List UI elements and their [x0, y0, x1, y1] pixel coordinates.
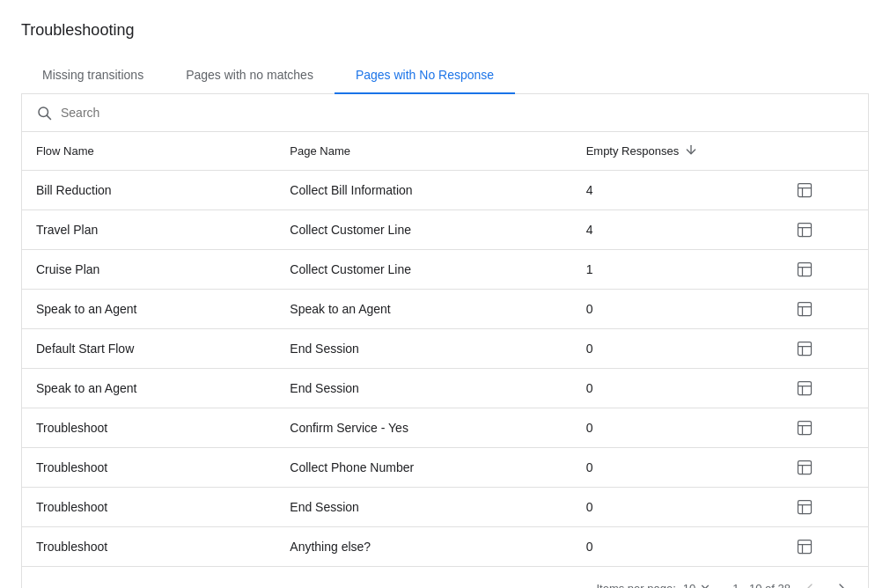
items-per-page-select[interactable]: 10	[683, 581, 711, 589]
cell-flow-name: Speak to an Agent	[22, 290, 276, 329]
view-details-icon[interactable]	[755, 300, 854, 318]
svg-rect-3	[798, 184, 811, 197]
pagination-label: 1 - 10 of 28	[732, 582, 791, 589]
cell-flow-name: Troubleshoot	[22, 408, 276, 448]
cell-action	[741, 488, 868, 527]
cell-page-name: Collect Bill Information	[276, 171, 571, 210]
svg-rect-12	[798, 303, 811, 316]
cell-flow-name: Troubleshoot	[22, 488, 276, 527]
cell-empty-responses: 1	[572, 250, 741, 290]
cell-empty-responses: 0	[572, 448, 741, 488]
dropdown-arrow-icon	[699, 581, 711, 589]
search-icon	[36, 105, 52, 121]
svg-rect-6	[798, 224, 811, 237]
cell-page-name: Collect Customer Line	[276, 250, 571, 290]
cell-page-name: End Session	[276, 488, 571, 527]
col-header-page-name: Page Name	[276, 132, 571, 171]
cell-action	[741, 408, 868, 448]
view-details-icon[interactable]	[755, 261, 854, 278]
svg-rect-21	[798, 422, 811, 435]
view-details-icon[interactable]	[755, 221, 854, 239]
cell-flow-name: Default Start Flow	[22, 329, 276, 369]
cell-empty-responses: 0	[572, 408, 741, 448]
tab-pages-no-response[interactable]: Pages with No Response	[335, 57, 515, 94]
sort-arrow-icon[interactable]	[684, 143, 698, 159]
svg-rect-30	[798, 540, 811, 554]
svg-rect-9	[798, 263, 811, 276]
page-title: Troubleshooting	[21, 21, 869, 40]
items-per-page-label: Items per page:	[596, 582, 675, 589]
col-header-flow-name: Flow Name	[22, 132, 276, 171]
cell-empty-responses: 0	[572, 527, 741, 567]
view-details-icon[interactable]	[755, 379, 854, 397]
cell-flow-name: Speak to an Agent	[22, 369, 276, 408]
table-row: TroubleshootCollect Phone Number0	[22, 448, 868, 488]
tab-pages-no-matches[interactable]: Pages with no matches	[165, 57, 335, 94]
pagination-nav: 1 - 10 of 28	[732, 576, 854, 588]
table-row: Speak to an AgentSpeak to an Agent0	[22, 290, 868, 329]
svg-rect-24	[798, 461, 811, 474]
cell-action	[741, 369, 868, 408]
items-per-page-value: 10	[683, 582, 695, 589]
svg-rect-15	[798, 342, 811, 356]
view-details-icon[interactable]	[755, 498, 854, 516]
tab-missing-transitions[interactable]: Missing transitions	[21, 57, 165, 94]
cell-page-name: Anything else?	[276, 527, 571, 567]
cell-flow-name: Cruise Plan	[22, 250, 276, 290]
cell-flow-name: Troubleshoot	[22, 448, 276, 488]
table-row: Speak to an AgentEnd Session0	[22, 369, 868, 408]
cell-empty-responses: 0	[572, 488, 741, 527]
search-bar	[22, 94, 868, 132]
cell-empty-responses: 0	[572, 369, 741, 408]
table-footer: Items per page: 10 1 - 10 of 28	[22, 566, 868, 588]
next-page-button[interactable]	[829, 576, 854, 588]
cell-empty-responses: 0	[572, 290, 741, 329]
cell-action	[741, 171, 868, 210]
table-row: Cruise PlanCollect Customer Line1	[22, 250, 868, 290]
cell-empty-responses: 4	[572, 171, 741, 210]
view-details-icon[interactable]	[755, 459, 854, 476]
svg-line-1	[47, 115, 50, 119]
table-row: TroubleshootEnd Session0	[22, 488, 868, 527]
table-row: TroubleshootAnything else?0	[22, 527, 868, 567]
table-row: Travel PlanCollect Customer Line4	[22, 210, 868, 250]
items-per-page-section: Items per page: 10	[596, 581, 711, 589]
cell-page-name: Collect Customer Line	[276, 210, 571, 250]
prev-page-button[interactable]	[798, 576, 822, 588]
cell-action	[741, 329, 868, 369]
cell-page-name: Collect Phone Number	[276, 448, 571, 488]
cell-empty-responses: 4	[572, 210, 741, 250]
col-header-action	[741, 132, 868, 171]
view-details-icon[interactable]	[755, 340, 854, 357]
cell-flow-name: Travel Plan	[22, 210, 276, 250]
view-details-icon[interactable]	[755, 538, 854, 555]
content-area: Flow Name Page Name Empty Responses	[21, 94, 869, 588]
cell-action	[741, 210, 868, 250]
view-details-icon[interactable]	[755, 181, 854, 199]
table-row: Bill ReductionCollect Bill Information4	[22, 171, 868, 210]
search-input[interactable]	[61, 106, 854, 120]
data-table: Flow Name Page Name Empty Responses	[22, 132, 868, 566]
table-row: Default Start FlowEnd Session0	[22, 329, 868, 369]
cell-page-name: End Session	[276, 369, 571, 408]
cell-action	[741, 448, 868, 488]
cell-page-name: End Session	[276, 329, 571, 369]
cell-action	[741, 250, 868, 290]
cell-action	[741, 290, 868, 329]
svg-rect-18	[798, 382, 811, 395]
table-row: TroubleshootConfirm Service - Yes0	[22, 408, 868, 448]
tabs-container: Missing transitions Pages with no matche…	[21, 57, 869, 94]
cell-empty-responses: 0	[572, 329, 741, 369]
cell-page-name: Confirm Service - Yes	[276, 408, 571, 448]
cell-page-name: Speak to an Agent	[276, 290, 571, 329]
svg-rect-27	[798, 501, 811, 514]
col-header-empty-responses: Empty Responses	[572, 132, 741, 171]
cell-action	[741, 527, 868, 567]
view-details-icon[interactable]	[755, 419, 854, 437]
cell-flow-name: Troubleshoot	[22, 527, 276, 567]
cell-flow-name: Bill Reduction	[22, 171, 276, 210]
